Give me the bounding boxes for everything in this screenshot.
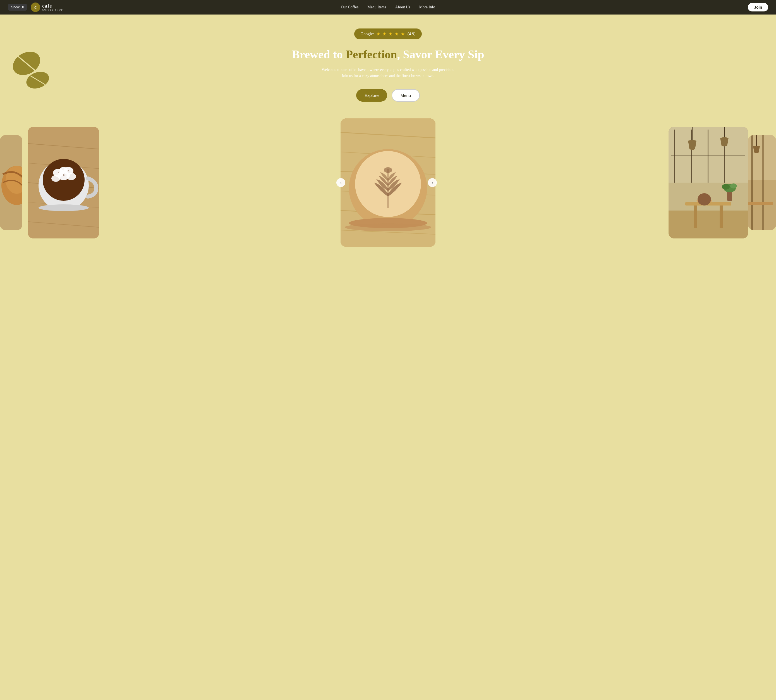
nav-left: Show UI c cafe COFFEE SHOP bbox=[8, 2, 63, 12]
svg-point-25 bbox=[68, 170, 69, 171]
show-ui-button[interactable]: Show UI bbox=[8, 4, 27, 11]
nav-link-about-us[interactable]: About Us bbox=[395, 5, 410, 10]
headline-end: , Savor Every Sip bbox=[397, 48, 484, 61]
svg-point-38 bbox=[345, 223, 431, 231]
svg-point-20 bbox=[52, 175, 60, 182]
logo-name: cafe bbox=[42, 3, 63, 9]
croissant-image bbox=[0, 135, 22, 230]
svg-point-23 bbox=[63, 174, 65, 176]
join-button[interactable]: Join bbox=[748, 3, 768, 12]
latte-art-image bbox=[341, 118, 435, 247]
explore-button[interactable]: Explore bbox=[356, 89, 387, 102]
headline-highlight: Perfection bbox=[346, 48, 397, 61]
svg-rect-61 bbox=[762, 135, 764, 230]
nav-link-menu-items[interactable]: Menu Items bbox=[367, 5, 386, 10]
logo-area: c cafe COFFEE SHOP bbox=[30, 2, 63, 12]
svg-rect-46 bbox=[669, 210, 748, 238]
carousel-item-right bbox=[669, 127, 748, 238]
menu-button[interactable]: Menu bbox=[391, 89, 420, 102]
navbar: Show UI c cafe COFFEE SHOP Our Coffee Me… bbox=[0, 0, 776, 15]
svg-rect-49 bbox=[719, 205, 723, 228]
carousel-prev-button[interactable]: ‹ bbox=[336, 178, 345, 187]
cta-row: Explore Menu bbox=[356, 89, 420, 102]
nav-center: Our Coffee Menu Items About Us More Info bbox=[341, 5, 435, 10]
headline-start: Brewed to bbox=[292, 48, 346, 61]
cafe-interior-2-image bbox=[748, 135, 776, 230]
cafe-interior-image bbox=[669, 127, 748, 238]
svg-rect-60 bbox=[751, 135, 753, 230]
carousel-section: ‹ › bbox=[0, 116, 776, 250]
carousel-next-button[interactable]: › bbox=[428, 178, 437, 187]
carousel-item-far-right bbox=[748, 135, 776, 230]
svg-point-21 bbox=[67, 173, 76, 180]
logo-text: cafe COFFEE SHOP bbox=[42, 3, 63, 12]
carousel-item-far-left bbox=[0, 135, 22, 230]
svg-text:c: c bbox=[34, 5, 37, 10]
svg-point-24 bbox=[58, 172, 59, 173]
coffee-bean-decoration bbox=[8, 48, 53, 93]
svg-point-22 bbox=[60, 167, 68, 173]
logo-sub: COFFEE SHOP bbox=[42, 9, 63, 12]
svg-point-36 bbox=[384, 167, 392, 173]
nav-link-more-info[interactable]: More Info bbox=[419, 5, 435, 10]
hero-headline: Brewed to Perfection, Savor Every Sip bbox=[292, 48, 484, 61]
nav-right: Join bbox=[748, 3, 768, 12]
svg-point-51 bbox=[698, 193, 711, 205]
hero-subtitle: Welcome to our coffee haven, where every… bbox=[321, 67, 455, 79]
hero-section: Google: ★ ★ ★ ★ ★ (4.9) Brewed to Perfec… bbox=[0, 15, 776, 700]
rating-source: Google: bbox=[360, 32, 374, 36]
svg-point-55 bbox=[730, 183, 737, 188]
rating-score: (4.9) bbox=[408, 32, 416, 36]
svg-point-26 bbox=[38, 204, 89, 211]
svg-point-54 bbox=[722, 184, 730, 190]
svg-rect-48 bbox=[694, 205, 697, 228]
nav-link-our-coffee[interactable]: Our Coffee bbox=[341, 5, 358, 10]
svg-rect-42 bbox=[691, 130, 692, 183]
logo-icon: c bbox=[30, 2, 40, 12]
rating-stars: ★ ★ ★ ★ ★ bbox=[376, 31, 405, 37]
rating-badge: Google: ★ ★ ★ ★ ★ (4.9) bbox=[354, 28, 421, 39]
carousel-item-left bbox=[28, 127, 99, 238]
svg-rect-45 bbox=[671, 155, 745, 155]
hot-chocolate-image bbox=[28, 127, 99, 238]
svg-rect-62 bbox=[748, 202, 773, 205]
carousel-item-center bbox=[341, 118, 435, 247]
svg-rect-41 bbox=[674, 130, 675, 183]
svg-rect-43 bbox=[708, 130, 708, 183]
